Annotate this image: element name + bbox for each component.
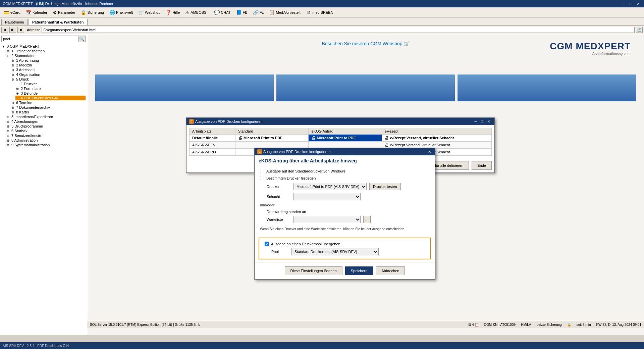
toolbar-parameter[interactable]: ⚙ Parameter	[50, 9, 77, 16]
chk-pool[interactable]	[265, 242, 269, 246]
tree-item-2-7[interactable]: ⊕ 7 Dokumentenarchiv	[11, 105, 86, 110]
expander-3: ⊕	[7, 115, 11, 119]
toolbar-webshop[interactable]: 🛒 Webshop	[136, 9, 163, 16]
sidebar: 🔍 ▼ 0 CGM MEDXPERT ⊕ 1 Ordinationsbetrie…	[0, 34, 87, 335]
tree-item-2-4[interactable]: ⊕ 4 Organisation	[11, 72, 86, 77]
chk-bestimmter-drucker[interactable]	[260, 176, 264, 180]
pool-select[interactable]: Standard Druckerpool (AIS-SRV-DEV)	[291, 248, 379, 255]
tree-item-2-5-3[interactable]: ⊕ 3 Befunde	[15, 91, 86, 96]
toolbar-medsreen[interactable]: 🖥 med.SREEN	[304, 9, 335, 16]
toolbar-ecard[interactable]: 💳 eCard	[1, 9, 23, 16]
dialog-fg-title-text: Ausgabe von PDF-Drucken konfigurieren	[263, 150, 331, 154]
nav-stop-button[interactable]: ■	[17, 27, 24, 33]
tree-item-2-3[interactable]: ⊕ 3 Adressen	[11, 67, 86, 72]
kalender-icon: 📅	[26, 10, 32, 15]
toolbar-amboss[interactable]: ⚠ AMBOSS	[183, 9, 209, 16]
printer-icon-er-1: 🖨	[385, 136, 389, 140]
toolbar-kalender-label: Kalender	[33, 10, 47, 14]
medsreen-icon: 🖥	[307, 10, 311, 15]
toolbar-praxiswelt[interactable]: 🌐 Praxiswelt	[107, 9, 135, 16]
tree-item-2-5-4[interactable]: 4 PDF Drucke des GIN	[15, 96, 86, 100]
toolbar-fb[interactable]: 📘 FB	[234, 9, 250, 16]
tree-label-2-3: 3 Adressen	[16, 68, 35, 72]
address-go-button[interactable]: 🔄	[636, 27, 643, 33]
drucker-testen-button[interactable]: Drucker testen	[369, 183, 401, 190]
nav-back-button[interactable]: ◀	[1, 27, 8, 33]
tree-item-4[interactable]: ⊕ 4 Abrechnungen	[6, 119, 86, 124]
tree-item-2-1[interactable]: ⊕ 1 Abrechnung	[11, 58, 86, 63]
cell-arbeitsplatz-1: Default für alle	[190, 135, 235, 142]
search-input[interactable]	[1, 36, 78, 42]
dialog-bg-minimize[interactable]: ─	[473, 119, 479, 124]
close-button[interactable]: ✕	[635, 2, 641, 6]
dialog-bg-maximize[interactable]: □	[480, 119, 485, 124]
tree-item-root[interactable]: ▼ 0 CGM MEDXPERT	[1, 44, 86, 49]
tree-item-5[interactable]: ⊕ 5 Druckprogramme	[6, 124, 86, 129]
pool-label: Pool	[271, 250, 291, 254]
tree-item-1[interactable]: ⊕ 1 Ordinationsbetrieb	[6, 49, 86, 53]
tree-children-2: ⊕ 1 Abrechnung ⊕ 2 Medizin ⊕ 3 Adressen …	[6, 58, 86, 114]
schacht-row: Schacht	[260, 193, 430, 200]
expander-2-2: ⊕	[11, 63, 15, 67]
chat-icon: 💬	[214, 10, 220, 15]
table-row-default[interactable]: Default für alle 🖨 Microsoft Print to PD…	[190, 135, 492, 142]
hilfe-icon: ❓	[166, 10, 171, 15]
tree-item-2-5-1[interactable]: 1 Drucker	[15, 82, 86, 86]
toolbar-fl[interactable]: 🔗 FL	[251, 9, 266, 16]
cell-erezept-2-text: e-Rezept Versand, virtueller Schacht	[390, 143, 450, 147]
toolbar-webshop-label: Webshop	[145, 10, 160, 14]
tree-item-3[interactable]: ⊕ 3 Importieren/Exportieren	[6, 114, 86, 119]
chk-standard-label: Ausgabe auf den Standarddrucker von Wind…	[266, 169, 345, 173]
schacht-select[interactable]	[293, 193, 361, 200]
expander-6: ⊕	[7, 129, 11, 133]
expander-2-6: ⊕	[11, 101, 15, 105]
sicherung-icon: 🔒	[567, 323, 571, 327]
tree-item-6[interactable]: ⊕ 6 Statistik	[6, 129, 86, 133]
tree-item-2-2[interactable]: ⊕ 2 Medizin	[11, 63, 86, 67]
app-title: CGM MEDXPERT - (HM) Dr. Helga Musterärzt…	[3, 2, 113, 6]
speichern-button[interactable]: Speichern	[345, 266, 373, 275]
tab-hauptmenu[interactable]: Hauptmenü	[1, 19, 28, 25]
warteliste-browse-button[interactable]: …	[363, 216, 371, 223]
maximize-button[interactable]: □	[628, 2, 634, 6]
search-button[interactable]: 🔍	[78, 36, 86, 42]
tree-label-2-2: 2 Medizin	[16, 63, 32, 67]
cgm-icon-fg: C	[257, 149, 262, 154]
tree-item-2[interactable]: ⊖ 2 Stammdaten	[6, 53, 86, 58]
toolbar-parameter-label: Parameter	[58, 10, 75, 14]
tree-item-9[interactable]: ⊕ 9 Systemadministration	[6, 143, 86, 147]
tab-patientenaufruf[interactable]: Patientenaufruf & Wartelisten	[29, 19, 88, 25]
tree-item-2-6[interactable]: ⊕ 6 Termine	[11, 100, 86, 105]
toolbar-kalender[interactable]: 📅 Kalender	[23, 9, 50, 16]
tree-item-2-5[interactable]: ⊖ 5 Druck	[11, 77, 86, 82]
toolbar-medvorbestell[interactable]: 📋 Med.Vorbestell.	[267, 9, 304, 16]
dialog-bg-close[interactable]: ✕	[486, 119, 492, 124]
fl-icon: 🔗	[253, 10, 259, 15]
cgm-knr: CGM-KNr: AT051009	[484, 323, 516, 327]
toolbar-hilfe[interactable]: ❓ Hilfe	[163, 9, 182, 16]
webshop-link[interactable]: Besuchen Sie unseren CGM Webshop 🛒	[322, 41, 409, 46]
ende-button[interactable]: Ende	[472, 161, 492, 170]
expander-2-7: ⊕	[11, 106, 15, 109]
loeschen-button[interactable]: Diese Einstellungen löschen	[285, 266, 342, 275]
tree-label-2-7: 7 Dokumentenarchiv	[16, 105, 50, 109]
tree-item-7[interactable]: ⊕ 7 Benutzerdienste	[6, 133, 86, 138]
warteliste-select[interactable]	[293, 216, 361, 223]
tree-item-8[interactable]: ⊕ 8 Administration	[6, 138, 86, 143]
abbrechen-button[interactable]: Abbrechen	[376, 266, 405, 275]
minimize-button[interactable]: ─	[621, 2, 627, 6]
address-input[interactable]	[42, 27, 635, 33]
dialog-fg-close[interactable]: ✕	[427, 150, 432, 154]
dialog-fg-heading: eKOS-Antrag über alle Arbeitsplätze hinw…	[255, 155, 435, 166]
toolbar-chat[interactable]: 💬 CHAT	[212, 9, 233, 16]
toolbar-sicherung[interactable]: 🔒 Sicherung	[78, 9, 106, 16]
tree-item-2-8[interactable]: ⊕ 8 Kartei	[11, 110, 86, 114]
nav-forward-button[interactable]: ▶	[9, 27, 16, 33]
cell-standard-1-text: Microsoft Print to PDF	[244, 136, 282, 140]
nav-tabs: Hauptmenü Patientenaufruf & Wartelisten	[0, 17, 644, 26]
warteliste-label: Warteliste	[267, 217, 293, 221]
drucker-select[interactable]: Microsoft Print to PDF (AIS-SRV-DEV)	[293, 183, 367, 190]
bottom-status: AIS-SRV-DEV - 2.5.4 - PDF Drucke des GIN	[3, 344, 69, 348]
tree-item-2-5-2[interactable]: ⊕ 2 Formulare	[15, 86, 86, 91]
chk-standard-drucker[interactable]	[260, 169, 264, 173]
